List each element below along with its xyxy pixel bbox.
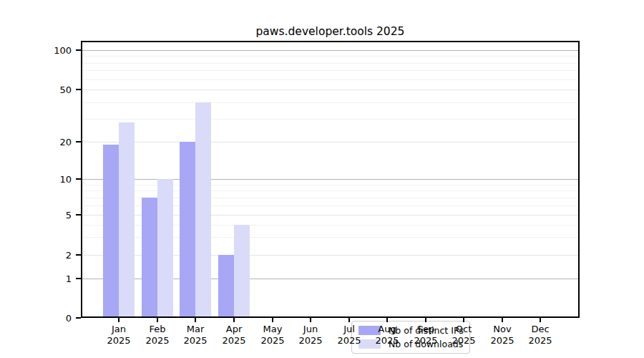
- x-tick-label-nov: Nov2025: [481, 324, 524, 347]
- plot-area: Nb of distinct IPs Nb of downloads: [81, 41, 580, 318]
- x-tick-dec: [540, 318, 541, 322]
- y-tick-label-50: 50: [26, 84, 72, 96]
- axis-spine-right: [578, 41, 580, 318]
- x-tick-label-mar: Mar2025: [174, 324, 217, 347]
- gridline-10: [81, 179, 580, 180]
- x-tick-apr: [233, 318, 235, 322]
- bar-nb-of-distinct-ips-jan: [103, 145, 119, 318]
- x-tick-month: Oct: [442, 324, 485, 335]
- bar-nb-of-downloads-apr: [234, 225, 250, 318]
- x-tick-label-dec: Dec2025: [519, 324, 562, 347]
- y-tick-2: [76, 254, 81, 256]
- y-tick-1: [76, 278, 81, 279]
- y-tick-100: [76, 49, 81, 51]
- x-tick-year: 2025: [136, 335, 179, 347]
- y-tick-0: [76, 317, 81, 319]
- x-tick-label-jun: Jun2025: [289, 324, 332, 347]
- x-tick-month: Dec: [519, 324, 562, 335]
- x-tick-month: Jan: [97, 324, 140, 335]
- gridline-20: [81, 142, 580, 142]
- gridline-100: [81, 50, 580, 51]
- y-tick-label-5: 5: [26, 209, 72, 221]
- x-tick-feb: [157, 318, 158, 322]
- x-tick-year: 2025: [289, 335, 332, 347]
- gridline-8: [81, 190, 580, 191]
- gridline-60: [81, 79, 580, 80]
- x-tick-sep: [425, 318, 426, 322]
- bar-nb-of-distinct-ips-mar: [180, 142, 195, 318]
- x-tick-label-feb: Feb2025: [136, 324, 179, 347]
- y-tick-label-20: 20: [26, 136, 72, 148]
- y-tick-label-0: 0: [26, 312, 72, 324]
- x-tick-year: 2025: [328, 335, 371, 347]
- x-tick-mar: [195, 318, 196, 322]
- gridline-40: [81, 102, 580, 103]
- bar-nb-of-downloads-feb: [157, 179, 173, 318]
- bar-nb-of-downloads-mar: [195, 102, 211, 318]
- x-tick-may: [272, 318, 273, 322]
- chart-title: paws.developer.tools 2025: [81, 25, 580, 38]
- gridline-70: [81, 70, 580, 71]
- x-tick-year: 2025: [366, 335, 409, 347]
- chart: paws.developer.tools 2025 Nb of distinct…: [0, 0, 644, 358]
- x-tick-year: 2025: [97, 335, 140, 347]
- y-tick-label-100: 100: [26, 44, 72, 57]
- y-tick-20: [76, 141, 81, 142]
- x-tick-year: 2025: [519, 335, 562, 347]
- x-tick-month: Feb: [136, 324, 179, 335]
- x-tick-label-apr: Apr2025: [213, 324, 255, 347]
- x-tick-aug: [386, 318, 388, 322]
- y-tick-5: [76, 214, 81, 216]
- x-tick-month: Apr: [213, 324, 255, 335]
- x-tick-oct: [463, 318, 464, 322]
- x-tick-year: 2025: [442, 335, 485, 347]
- x-tick-month: Nov: [481, 324, 524, 335]
- x-tick-month: Jul: [328, 324, 371, 335]
- gridline-80: [81, 63, 580, 64]
- x-tick-month: Jun: [289, 324, 332, 335]
- x-tick-label-oct: Oct2025: [442, 324, 485, 347]
- x-tick-label-may: May2025: [251, 324, 294, 347]
- bar-nb-of-downloads-jan: [119, 122, 135, 318]
- y-tick-label-2: 2: [26, 249, 72, 261]
- bar-nb-of-distinct-ips-apr: [218, 255, 234, 318]
- y-tick-label-10: 10: [26, 173, 72, 185]
- x-tick-month: May: [251, 324, 294, 335]
- x-tick-year: 2025: [404, 335, 447, 347]
- axis-spine-top: [81, 41, 580, 42]
- gridline-30: [81, 119, 580, 120]
- x-tick-year: 2025: [174, 335, 217, 347]
- y-tick-50: [76, 89, 81, 90]
- gridline-90: [81, 56, 580, 57]
- x-tick-jun: [310, 318, 311, 322]
- x-tick-year: 2025: [481, 335, 524, 347]
- axis-spine-left: [81, 41, 82, 318]
- gridline-50: [81, 90, 580, 90]
- x-tick-month: Sep: [404, 324, 447, 335]
- x-tick-year: 2025: [251, 335, 294, 347]
- x-tick-label-sep: Sep2025: [404, 324, 447, 347]
- bar-nb-of-distinct-ips-feb: [142, 198, 157, 318]
- x-tick-label-jul: Jul2025: [328, 324, 371, 347]
- x-tick-year: 2025: [213, 335, 255, 347]
- x-tick-jul: [348, 318, 350, 322]
- x-tick-month: Mar: [174, 324, 217, 335]
- gridline-9: [81, 185, 580, 185]
- x-tick-jan: [118, 318, 119, 322]
- x-tick-nov: [502, 318, 503, 322]
- axis-spine-bottom: [81, 316, 580, 318]
- x-tick-label-aug: Aug2025: [366, 324, 409, 347]
- y-tick-10: [76, 178, 81, 180]
- x-tick-label-jan: Jan2025: [97, 324, 140, 347]
- x-tick-month: Aug: [366, 324, 409, 335]
- y-tick-label-1: 1: [26, 273, 72, 285]
